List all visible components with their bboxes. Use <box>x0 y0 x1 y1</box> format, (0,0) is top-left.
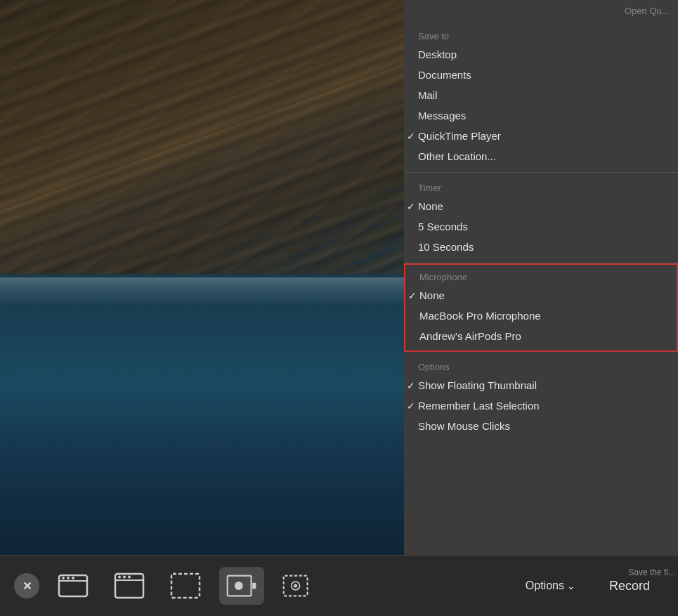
timer-label: Timer <box>404 178 678 196</box>
menu-item-thumbnail-label: Show Floating Thumbnail <box>418 379 537 391</box>
screenshot-window-button[interactable] <box>51 567 96 605</box>
svg-rect-13 <box>252 583 256 589</box>
microphone-label: Microphone <box>405 269 677 285</box>
svg-point-2 <box>62 577 65 579</box>
record-button-label: Record <box>609 579 650 593</box>
checkmark-icon: ✓ <box>407 400 415 412</box>
menu-item-quicktime[interactable]: ✓ QuickTime Player <box>404 126 678 146</box>
menu-item-documents-label: Documents <box>418 69 471 81</box>
svg-point-4 <box>72 577 74 579</box>
dropdown-menu: Open Qu... Save to Desktop Documents Mai… <box>404 0 678 555</box>
menu-item-timer-none[interactable]: ✓ None <box>404 196 678 216</box>
record-fullscreen-button[interactable] <box>219 567 264 605</box>
record-selection-button[interactable] <box>275 567 320 605</box>
menu-item-thumbnail[interactable]: ✓ Show Floating Thumbnail <box>404 375 678 395</box>
ocean-area <box>0 274 408 555</box>
menu-item-mail-label: Mail <box>418 89 438 101</box>
menu-item-macbook-mic[interactable]: MacBook Pro Microphone <box>405 306 677 326</box>
options-section-label: Options <box>404 358 678 375</box>
menu-item-5sec[interactable]: 5 Seconds <box>404 216 678 237</box>
screenshot-window-icon <box>58 572 89 599</box>
checkmark-icon: ✓ <box>408 290 417 301</box>
record-fullscreen-icon <box>226 572 257 599</box>
menu-item-other[interactable]: Other Location... <box>404 146 678 166</box>
screenshot-fullscreen-button[interactable] <box>107 567 152 605</box>
menu-item-remember-label: Remember Last Selection <box>418 400 540 412</box>
svg-point-7 <box>118 576 121 579</box>
menu-item-timer-none-label: None <box>418 200 443 212</box>
record-selection-icon <box>282 572 313 599</box>
svg-point-12 <box>235 582 243 590</box>
screenshot-fullscreen-icon <box>114 572 145 599</box>
screenshot-selection-icon <box>170 572 201 599</box>
partial-bottom-right: Save the fi... <box>628 568 678 577</box>
svg-point-8 <box>123 576 126 579</box>
save-to-section: Save to Desktop Documents Mail Messages … <box>404 21 678 173</box>
menu-item-mouse-clicks-label: Show Mouse Clicks <box>418 420 510 432</box>
options-section: Options ✓ Show Floating Thumbnail ✓ Reme… <box>404 352 678 442</box>
menu-item-5sec-label: 5 Seconds <box>418 221 468 232</box>
close-icon: ✕ <box>22 579 32 593</box>
menu-item-documents[interactable]: Documents <box>404 65 678 85</box>
checkmark-icon: ✓ <box>407 201 415 212</box>
menu-item-airpods-label: Andrew’s AirPods Pro <box>419 330 521 342</box>
menu-item-mic-none[interactable]: ✓ None <box>405 285 677 306</box>
menu-item-quicktime-label: QuickTime Player <box>418 130 501 142</box>
menu-item-messages[interactable]: Messages <box>404 105 678 126</box>
options-button-label: Options <box>526 579 564 592</box>
menu-item-airpods[interactable]: Andrew’s AirPods Pro <box>405 326 677 346</box>
svg-point-3 <box>67 577 70 579</box>
svg-rect-10 <box>171 574 200 598</box>
chevron-down-icon: ⌄ <box>567 580 575 591</box>
toolbar: ✕ <box>0 555 678 616</box>
checkmark-icon: ✓ <box>407 131 415 142</box>
menu-item-macbook-mic-label: MacBook Pro Microphone <box>419 310 541 322</box>
menu-item-desktop-label: Desktop <box>418 48 457 60</box>
options-button[interactable]: Options ⌄ <box>514 574 587 598</box>
menu-item-mic-none-label: None <box>419 289 445 301</box>
microphone-section: Microphone ✓ None MacBook Pro Microphone… <box>404 263 678 352</box>
menu-item-remember[interactable]: ✓ Remember Last Selection <box>404 395 678 416</box>
menu-item-mouse-clicks[interactable]: Show Mouse Clicks <box>404 416 678 436</box>
partial-top-text: Open Qu... <box>622 0 678 21</box>
menu-item-mail[interactable]: Mail <box>404 85 678 105</box>
screenshot-selection-button[interactable] <box>163 567 208 605</box>
menu-item-other-label: Other Location... <box>418 150 496 162</box>
timer-section: Timer ✓ None 5 Seconds 10 Seconds <box>404 173 678 263</box>
checkmark-icon: ✓ <box>407 380 415 391</box>
menu-item-10sec[interactable]: 10 Seconds <box>404 237 678 257</box>
menu-item-messages-label: Messages <box>418 110 466 122</box>
svg-point-9 <box>128 576 131 579</box>
wave-highlight <box>0 277 408 306</box>
menu-item-desktop[interactable]: Desktop <box>404 44 678 65</box>
toolbar-left: ✕ <box>14 567 506 605</box>
cliff-texture <box>0 0 408 302</box>
save-to-label: Save to <box>404 27 678 44</box>
menu-item-10sec-label: 10 Seconds <box>418 241 474 253</box>
close-button[interactable]: ✕ <box>14 573 39 598</box>
svg-point-16 <box>294 584 297 587</box>
